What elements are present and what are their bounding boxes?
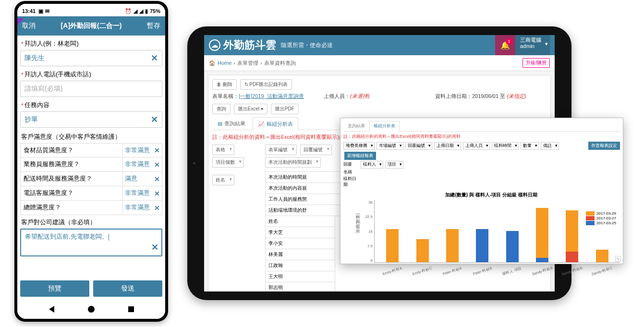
clear-icon[interactable]: ✕	[154, 190, 160, 197]
clear-icon[interactable]: ✕	[151, 114, 158, 125]
corner-ribbon	[17, 18, 24, 25]
wifi-icon: ◢	[134, 8, 137, 14]
recent-icon[interactable]	[128, 306, 134, 312]
phone-input[interactable]: 請填寫(必填)	[20, 81, 162, 97]
query-button[interactable]: 查詢	[212, 104, 231, 114]
web-header: ☁ 外勤筋斗雲 隨選所需・使命必達 🔔 1 三商電腦 admin	[204, 35, 555, 55]
row-dropdown[interactable]: 樣料人	[361, 161, 383, 169]
breadcrumb-l1: 表單管理	[237, 60, 258, 67]
rating-row[interactable]: 食材品質滿意度？非常滿意✕	[20, 143, 162, 157]
cfg-dropdown[interactable]: 市場編號	[377, 142, 403, 150]
rating-row[interactable]: 總體滿意度？非常滿意✕	[20, 201, 162, 215]
export-pdf-button[interactable]: 匯出PDF	[271, 104, 299, 114]
document-icon: ▤	[218, 121, 222, 127]
back-icon[interactable]	[49, 306, 54, 313]
phone-screen: 13:41 ▣ ✉ ⏰ ◢ ◢ ▮ 75% 取消 [A]外勤回報(二合一) 暫存…	[17, 4, 165, 319]
rating-row[interactable]: 電話客服滿意度？非常滿意✕	[20, 186, 162, 201]
filter-info: 表單名稱：[一般]2019_活動滿意度調查 上傳人員：(未選擇) 資料上傳日期：…	[212, 93, 547, 100]
battery-text: 75%	[150, 8, 160, 14]
chart-bars: Emily-料材AEmily-料材CPeter-料材APeter-料材B樣料人-…	[374, 200, 620, 263]
chart-icon: 📈	[258, 121, 265, 127]
cfg-dropdown[interactable]: 數量	[521, 142, 539, 150]
form-body: *拜訪人(例：林老闆) 陳先生 ✕ *拜訪人電話(手機或市話) 請填寫(必填) …	[17, 36, 165, 278]
cfg-dropdown[interactable]: 備註	[541, 142, 559, 150]
resize-handle-icon[interactable]: ⤡	[615, 256, 621, 262]
signal-icon: ◢	[139, 8, 143, 14]
visitor-input[interactable]: 陳先生 ✕	[20, 50, 162, 66]
breadcrumb-l2: 表單資料查詢	[264, 60, 296, 67]
table-dropdown[interactable]: 表格	[212, 145, 234, 155]
replyno-dropdown[interactable]: 回覆編號	[300, 145, 332, 155]
phone-device: 13:41 ▣ ✉ ⏰ ◢ ◢ ▮ 75% 取消 [A]外勤回報(二合一) 暫存…	[14, 1, 168, 322]
rating-row[interactable]: 業務員服務滿意度？非常滿意✕	[20, 157, 162, 172]
upgrade-button[interactable]: 升級/購買	[522, 58, 550, 68]
popup-tab-pivot[interactable]: 樞紐分析表	[369, 121, 400, 132]
cancel-button[interactable]: 取消	[22, 22, 36, 30]
logo: ☁ 外勤筋斗雲	[209, 38, 276, 52]
tab-pivot[interactable]: 📈樞紐分析表	[253, 117, 298, 130]
form-name-link[interactable]: [一般]2019_活動滿意度調查	[239, 93, 304, 99]
export-excel-button[interactable]: 匯出Excel ▾	[234, 104, 267, 114]
cfg-dropdown[interactable]: 上傳人員	[463, 142, 490, 150]
preview-button[interactable]: 預覽	[20, 280, 89, 297]
cfg-dropdown[interactable]: 上傳日期	[434, 142, 461, 150]
battery-icon: ▮	[145, 8, 148, 14]
app-title: [A]外勤回報(二合一)	[36, 22, 147, 30]
rating-list: 食材品質滿意度？非常滿意✕業務員服務滿意度？非常滿意✕配送時間及服務滿意度？滿意…	[20, 143, 162, 215]
clear-icon[interactable]: ✕	[154, 161, 160, 169]
chart-legend: 2017-03-292017-03-272017-03-25	[586, 211, 616, 226]
itemcount-dropdown[interactable]: 項目個數	[212, 157, 244, 168]
chart-type-dropdown[interactable]: 堆疊長條圖	[343, 142, 375, 150]
alarm-icon: ⏰	[125, 8, 132, 14]
breadcrumb-home[interactable]: Home	[218, 60, 231, 66]
send-button[interactable]: 發送	[93, 280, 162, 297]
clear-icon[interactable]: ✕	[154, 146, 160, 154]
slogan: 隨選所需・使命必達	[281, 41, 333, 49]
suggest-input[interactable]: 希望配送到店前,先電聯老闆。 ✕	[20, 229, 162, 256]
wechat-icon: ✉	[45, 8, 49, 14]
logo-icon: ☁	[209, 39, 220, 51]
app-header: 取消 [A]外勤回報(二合一) 暫存	[17, 16, 165, 36]
timeplan-dropdown[interactable]: 本次活動的時間規劃	[265, 157, 321, 168]
clear-icon[interactable]: ✕	[154, 204, 160, 212]
android-nav	[17, 300, 165, 319]
user-menu[interactable]: 三商電腦 admin	[515, 35, 550, 55]
formno-dropdown[interactable]: 表單編號	[265, 145, 297, 155]
tab-query-result[interactable]: ▤查詢結果	[212, 117, 251, 130]
add-report-button[interactable]: 新增樞紐報表	[344, 152, 376, 160]
bar-chart: 加總(數量) 與 樣料人-項目 分組級 樣料日期 加總(數量) 3022.515…	[363, 192, 620, 272]
home-icon: 🏠	[209, 60, 216, 66]
task-label: *任務內容	[20, 99, 162, 111]
cfg-dropdown[interactable]: 回覆編號	[405, 142, 432, 150]
y-axis-label: 加總(數量)	[355, 213, 361, 233]
task-input[interactable]: 抄單 ✕	[20, 111, 162, 128]
save-draft-button[interactable]: 暫存	[147, 22, 160, 30]
delete-button[interactable]: 🗑 刪除	[212, 79, 237, 90]
chart-title: 加總(數量) 與 樣料人-項目 分組級 樣料日期	[363, 192, 620, 198]
home-icon[interactable]	[88, 306, 95, 313]
popup-note: 註：此樞紐分析的資料＝匯出Excel(相同資料重覆顯示)的資料	[343, 133, 620, 140]
status-time: 13:41	[22, 8, 36, 14]
cfg-dropdown[interactable]: 樣料時間	[492, 142, 519, 150]
phone-label: *拜訪人電話(手機或市話)	[20, 68, 162, 81]
action-buttons: 預覽 發送	[17, 278, 165, 300]
rating-row[interactable]: 配送時間及服務滿意度？滿意✕	[20, 172, 162, 186]
status-bar: 13:41 ▣ ✉ ⏰ ◢ ◢ ▮ 75%	[17, 4, 165, 16]
pdf-log-button[interactable]: ↻ PDF匯出記錄列表	[240, 79, 292, 90]
notification-badge: 1	[506, 38, 512, 45]
row-dropdown[interactable]: 項目	[385, 161, 403, 169]
clear-icon[interactable]: ✕	[151, 242, 158, 253]
name-dropdown[interactable]: 姓名	[212, 175, 234, 185]
visitor-label: *拜訪人(例：林老闆)	[20, 37, 162, 50]
notification-button[interactable]: 🔔 1	[495, 35, 515, 55]
rating-section-title: 客戶滿意度（交易中客戶客情維護）	[20, 130, 162, 143]
gallery-icon: ▣	[38, 8, 43, 14]
y-axis: 3022.5157.50	[363, 200, 374, 263]
clear-icon[interactable]: ✕	[151, 53, 158, 63]
chart-popup: 查詢結果 樞紐分析表 註：此樞紐分析的資料＝匯出Excel(相同資料重覆顯示)的…	[340, 118, 623, 264]
popup-tab-query[interactable]: 查詢結果	[343, 121, 369, 131]
clear-icon[interactable]: ✕	[154, 175, 160, 183]
breadcrumb: 🏠 Home › 表單管理 › 表單資料查詢 升級/購買	[204, 55, 555, 71]
suggest-label: 客戶對公司建議（非必填）	[20, 215, 162, 229]
save-config-button[interactable]: 存查報表設定	[588, 142, 620, 150]
